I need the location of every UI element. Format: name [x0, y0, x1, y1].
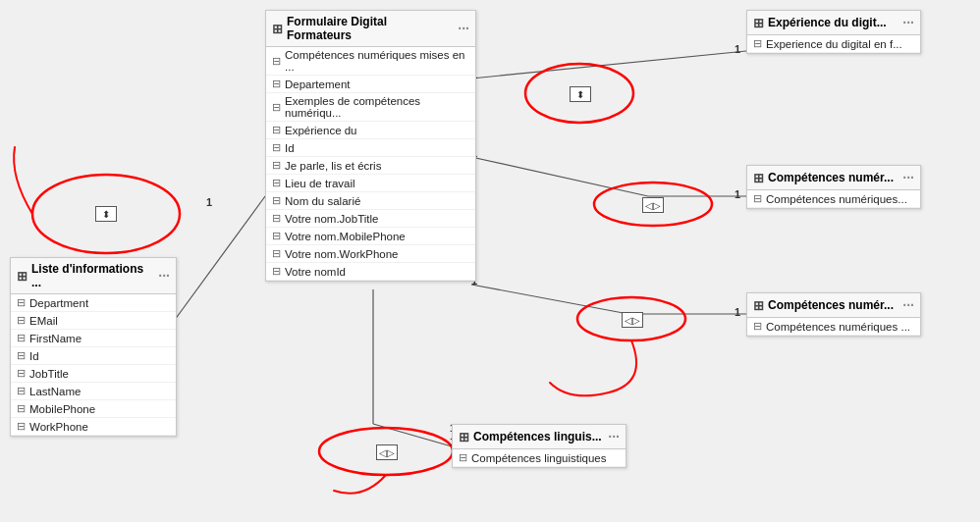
connector-formulaire-ling: ◁▷ [376, 444, 398, 460]
table-row[interactable]: ⊟ EMail [11, 312, 176, 330]
table-row[interactable]: ⊟ Votre nom.WorkPhone [266, 245, 475, 263]
field-icon: ⊟ [272, 55, 281, 68]
svg-line-0 [172, 196, 265, 324]
field-icon: ⊟ [272, 212, 281, 225]
table-row[interactable]: ⊟ Id [11, 347, 176, 365]
table-row[interactable]: ⊟ Lieu de travail [266, 175, 475, 192]
table-row[interactable]: ⊟ Votre nom.JobTitle [266, 210, 475, 228]
field-label: Id [285, 142, 295, 154]
svg-line-2 [471, 157, 648, 196]
table-comp-ling-rows: ⊟ Compétences linguistiques [453, 449, 626, 467]
table-formulaire-header[interactable]: ⊞ Formulaire Digital Formateurs ··· [266, 11, 475, 47]
table-row[interactable]: ⊟ FirstName [11, 330, 176, 347]
table-row[interactable]: ⊟ Compétences numériques... [747, 190, 920, 208]
table-row[interactable]: ⊟ Expérience du [266, 122, 475, 139]
table-experience-header[interactable]: ⊞ Expérience du digit... ··· [747, 11, 920, 35]
field-label: Votre nomId [285, 266, 346, 278]
svg-line-1 [471, 51, 746, 78]
table-comp-num2: ⊞ Compétences numér... ··· ⊟ Compétences… [746, 292, 921, 337]
field-icon: ⊟ [272, 141, 281, 154]
field-label: FirstName [29, 333, 82, 344]
field-label: Compétences numériques ... [766, 321, 910, 333]
field-icon: ⊟ [17, 402, 26, 415]
connector-arrow: ⬍ [102, 209, 110, 220]
table-liste-title: Liste d'informations ... [31, 262, 154, 289]
svg-line-7 [373, 424, 452, 446]
field-icon: ⊟ [17, 367, 26, 380]
field-label: Expérience du [285, 125, 357, 136]
field-icon: ⊟ [753, 192, 762, 205]
field-icon: ⊟ [272, 124, 281, 136]
table-row[interactable]: ⊟ Department [11, 294, 176, 312]
field-label: Compétences numériques... [766, 193, 907, 205]
table-comp-num1-header[interactable]: ⊞ Compétences numér... ··· [747, 166, 920, 190]
field-label: Je parle, lis et écris [285, 160, 381, 172]
table-row[interactable]: ⊟ JobTitle [11, 365, 176, 383]
svg-line-4 [471, 285, 628, 314]
table-comp-ling-header[interactable]: ⊞ Compétences linguis... ··· [453, 425, 626, 449]
table-row[interactable]: ⊟ Departement [266, 76, 475, 93]
label-1-exp-right: 1 [735, 43, 740, 55]
connector-arrow: ◁▷ [379, 447, 395, 458]
field-icon: ⊟ [272, 230, 281, 242]
table-row[interactable]: ⊟ WorkPhone [11, 418, 176, 436]
table-row[interactable]: ⊟ Compétences linguistiques [453, 449, 626, 467]
field-label: LastName [29, 386, 81, 397]
field-label: Experience du digital en f... [766, 38, 902, 50]
table-row[interactable]: ⊟ Votre nom.MobilePhone [266, 228, 475, 245]
table-row[interactable]: ⊟ Compétences numériques mises en ... [266, 47, 475, 76]
table-comp-ling-menu[interactable]: ··· [608, 429, 620, 444]
table-comp-num1-title: Compétences numér... [768, 171, 894, 184]
table-row[interactable]: ⊟ Nom du salarié [266, 192, 475, 210]
field-icon: ⊟ [272, 194, 281, 207]
table-liste-header[interactable]: ⊞ Liste d'informations ... ··· [11, 258, 176, 294]
table-row[interactable]: ⊟ LastName [11, 383, 176, 400]
connector-liste-formulaire: ⬍ [95, 206, 117, 222]
table-icon: ⊞ [753, 298, 764, 313]
table-comp-num1-menu[interactable]: ··· [902, 170, 914, 185]
field-icon: ⊟ [272, 159, 281, 172]
field-icon: ⊟ [272, 265, 281, 278]
table-icon: ⊞ [459, 430, 469, 444]
field-icon: ⊟ [459, 451, 467, 464]
label-1-liste: 1 [206, 196, 212, 208]
table-formulaire-menu[interactable]: ··· [458, 21, 469, 36]
table-experience-menu[interactable]: ··· [902, 15, 914, 30]
table-icon: ⊞ [753, 16, 764, 30]
label-1-comp2-right: 1 [735, 306, 740, 318]
table-row[interactable]: ⊟ Id [266, 139, 475, 157]
table-comp-num2-rows: ⊟ Compétences numériques ... [747, 318, 920, 336]
field-icon: ⊟ [753, 37, 762, 50]
table-row[interactable]: ⊟ Compétences numériques ... [747, 318, 920, 336]
table-row[interactable]: ⊟ Je parle, lis et écris [266, 157, 475, 175]
table-liste-rows: ⊟ Department ⊟ EMail ⊟ FirstName ⊟ Id ⊟ … [11, 294, 176, 436]
field-label: JobTitle [29, 368, 69, 380]
field-label: Lieu de travail [285, 178, 355, 189]
table-row[interactable]: ⊟ Experience du digital en f... [747, 35, 920, 53]
table-comp-ling: ⊞ Compétences linguis... ··· ⊟ Compétenc… [452, 424, 626, 468]
table-row[interactable]: ⊟ Votre nomId [266, 263, 475, 281]
connector-formulaire-comp2: ◁▷ [622, 312, 643, 328]
field-icon: ⊟ [17, 296, 26, 309]
connector-arrow: ⬍ [576, 89, 584, 100]
table-experience-rows: ⊟ Experience du digital en f... [747, 35, 920, 53]
table-liste-menu[interactable]: ··· [158, 268, 170, 284]
table-comp-num2-title: Compétences numér... [768, 298, 894, 312]
connector-arrow: ◁▷ [625, 315, 640, 326]
label-1-comp1-right: 1 [735, 188, 740, 200]
table-row[interactable]: ⊟ Exemples de compétences numériqu... [266, 93, 475, 122]
field-label: Compétences linguistiques [471, 452, 606, 464]
field-label: WorkPhone [29, 421, 88, 433]
field-label: Department [29, 297, 88, 309]
field-label: Departement [285, 78, 350, 90]
field-label: Votre nom.JobTitle [285, 213, 378, 225]
table-row[interactable]: ⊟ MobilePhone [11, 400, 176, 418]
table-comp-num2-menu[interactable]: ··· [902, 297, 914, 313]
field-label: Votre nom.WorkPhone [285, 248, 399, 260]
table-comp-num1-rows: ⊟ Compétences numériques... [747, 190, 920, 208]
field-icon: ⊟ [17, 420, 26, 433]
field-label: MobilePhone [29, 403, 95, 415]
table-comp-num2-header[interactable]: ⊞ Compétences numér... ··· [747, 293, 920, 318]
table-formulaire-title: Formulaire Digital Formateurs [287, 15, 454, 42]
field-icon: ⊟ [17, 349, 26, 362]
